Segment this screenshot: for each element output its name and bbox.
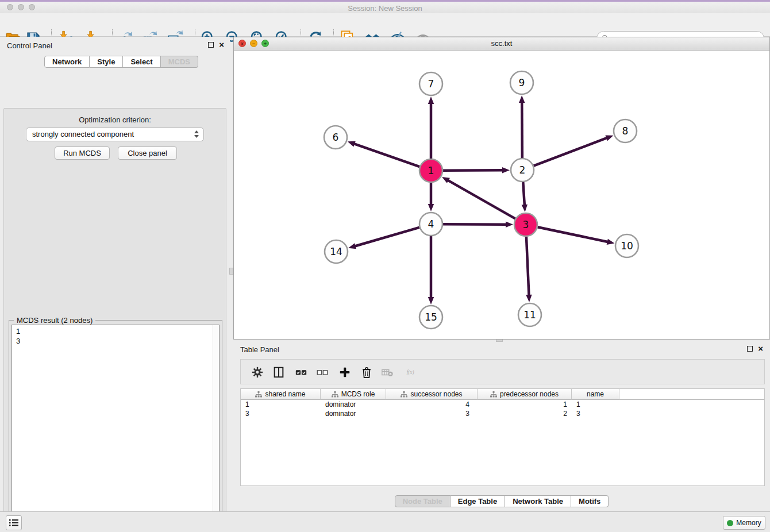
gear-icon xyxy=(251,366,264,379)
mcds-result-title: MCDS result (2 nodes) xyxy=(14,316,95,325)
close-panel-icon[interactable]: × xyxy=(758,346,763,352)
delete-columns-button[interactable] xyxy=(359,365,374,380)
trash-icon xyxy=(360,366,373,379)
function-builder-button[interactable]: f(x) xyxy=(401,365,424,380)
cell-predecessor-nodes[interactable]: 1 xyxy=(478,400,572,409)
tab-style[interactable]: Style xyxy=(90,56,123,68)
graph-node-label: 3 xyxy=(523,219,529,230)
vertical-splitter-handle[interactable] xyxy=(229,268,233,275)
graph-node-label: 4 xyxy=(428,218,434,230)
memory-status-dot xyxy=(727,520,733,526)
mcds-panel: Optimization criterion: strongly connect… xyxy=(3,108,226,532)
graph-edge-arrowhead xyxy=(428,97,434,104)
graph-edge[interactable] xyxy=(353,144,419,167)
show-columns-button[interactable] xyxy=(271,365,286,380)
graph-edge[interactable] xyxy=(526,237,529,296)
tab-node-table[interactable]: Node Table xyxy=(395,495,451,507)
float-panel-icon[interactable] xyxy=(747,346,753,352)
optimization-criterion-select[interactable]: strongly connected component xyxy=(26,128,204,141)
attribute-icon xyxy=(332,391,338,398)
network-frame-titlebar[interactable]: x − + scc.txt xyxy=(234,37,769,51)
tab-edge-table[interactable]: Edge Table xyxy=(451,495,505,507)
tab-network[interactable]: Network xyxy=(44,56,90,68)
delete-table-button[interactable] xyxy=(380,365,395,380)
select-stepper-icon xyxy=(194,130,199,138)
column-header-shared-name[interactable]: shared name xyxy=(241,389,321,400)
attribute-icon xyxy=(255,391,262,398)
graph-edge[interactable] xyxy=(534,138,608,166)
column-header-filler xyxy=(619,389,764,400)
graph-edge-arrowhead xyxy=(442,177,450,183)
close-panel-icon[interactable]: × xyxy=(219,42,224,48)
memory-label: Memory xyxy=(736,519,761,527)
mcds-result-group: MCDS result (2 nodes) 1 3 xyxy=(9,320,222,532)
delete-table-icon xyxy=(381,366,394,379)
tab-select[interactable]: Select xyxy=(123,56,160,68)
cell-shared-name[interactable]: 1 xyxy=(241,400,321,409)
control-panel-title: Control Panel xyxy=(7,41,52,50)
unselect-all-columns-button[interactable] xyxy=(315,365,330,380)
cell-shared-name[interactable]: 3 xyxy=(241,409,321,418)
column-header-predecessor-nodes[interactable]: predecessor nodes xyxy=(478,389,572,400)
cell-name[interactable]: 3 xyxy=(572,409,619,418)
table-row[interactable]: 3 dominator 3 2 3 xyxy=(241,409,764,418)
select-all-columns-button[interactable] xyxy=(294,365,309,380)
cell-name[interactable]: 1 xyxy=(572,400,619,409)
run-mcds-button[interactable]: Run MCDS xyxy=(55,147,110,160)
tab-network-table[interactable]: Network Table xyxy=(505,495,571,507)
graph-edge-arrowhead xyxy=(526,295,532,302)
result-scrollbar[interactable] xyxy=(213,325,219,532)
control-panel-tabs: Network Style Select MCDS xyxy=(44,56,198,68)
add-column-button[interactable] xyxy=(337,365,352,380)
mcds-result-text[interactable]: 1 3 xyxy=(11,325,220,532)
float-panel-icon[interactable] xyxy=(208,42,214,48)
graph-edge[interactable] xyxy=(443,224,507,225)
attribute-icon xyxy=(401,391,407,398)
graph-edge[interactable] xyxy=(523,182,525,206)
console-button[interactable] xyxy=(6,515,22,530)
cell-mcds-role[interactable]: dominator xyxy=(321,409,386,418)
table-panel: Table Panel × xyxy=(233,342,770,511)
table-header-row: shared name MCDS role successor nodes pr… xyxy=(241,389,764,400)
table-options-button[interactable] xyxy=(250,365,265,380)
table-panel-title: Table Panel xyxy=(240,345,279,354)
optimization-criterion-label: Optimization criterion: xyxy=(4,115,226,124)
tab-mcds[interactable]: MCDS xyxy=(161,56,198,68)
table-tabs: Node Table Edge Table Network Table Moti… xyxy=(233,495,770,507)
column-header-name[interactable]: name xyxy=(572,389,619,400)
tab-motifs[interactable]: Motifs xyxy=(571,495,609,507)
graph-edge[interactable] xyxy=(538,227,609,242)
graph-edge-arrowhead xyxy=(348,141,356,147)
columns-icon xyxy=(272,366,285,379)
cell-successor-nodes[interactable]: 3 xyxy=(386,409,478,418)
graph-edge-arrowhead xyxy=(607,239,615,245)
graph-node-label: 2 xyxy=(519,164,526,176)
network-canvas[interactable]: 7968124314101511 xyxy=(234,51,769,339)
column-header-mcds-role[interactable]: MCDS role xyxy=(321,389,386,400)
graph-edge[interactable] xyxy=(448,180,515,218)
network-view-frame: x − + scc.txt 7968124314101511 xyxy=(233,37,770,340)
list-icon xyxy=(9,518,19,527)
column-header-successor-nodes[interactable]: successor nodes xyxy=(386,389,478,400)
graph-node-label: 11 xyxy=(523,309,536,321)
memory-button[interactable]: Memory xyxy=(723,516,765,530)
graph-node-label: 14 xyxy=(330,246,342,257)
graph-edge[interactable] xyxy=(355,228,419,246)
graph-node-label: 10 xyxy=(621,240,633,252)
cell-predecessor-nodes[interactable]: 2 xyxy=(478,409,572,418)
checked-boxes-icon xyxy=(295,366,307,379)
graph-edge-arrowhead xyxy=(522,205,528,212)
network-frame-title: scc.txt xyxy=(234,37,769,50)
graph-node-label: 6 xyxy=(333,132,339,143)
node-table: shared name MCDS role successor nodes pr… xyxy=(240,388,765,486)
attribute-icon xyxy=(490,391,497,398)
graph-edge[interactable] xyxy=(522,102,522,158)
cell-successor-nodes[interactable]: 4 xyxy=(386,400,478,409)
fx-icon: f(x) xyxy=(406,366,418,379)
table-row[interactable]: 1 dominator 4 1 1 xyxy=(241,400,764,409)
graph-edge-arrowhead xyxy=(506,222,513,228)
graph-edge[interactable] xyxy=(443,170,503,171)
cell-mcds-role[interactable]: dominator xyxy=(321,400,386,409)
plus-icon xyxy=(338,366,351,379)
close-panel-button[interactable]: Close panel xyxy=(118,147,177,160)
